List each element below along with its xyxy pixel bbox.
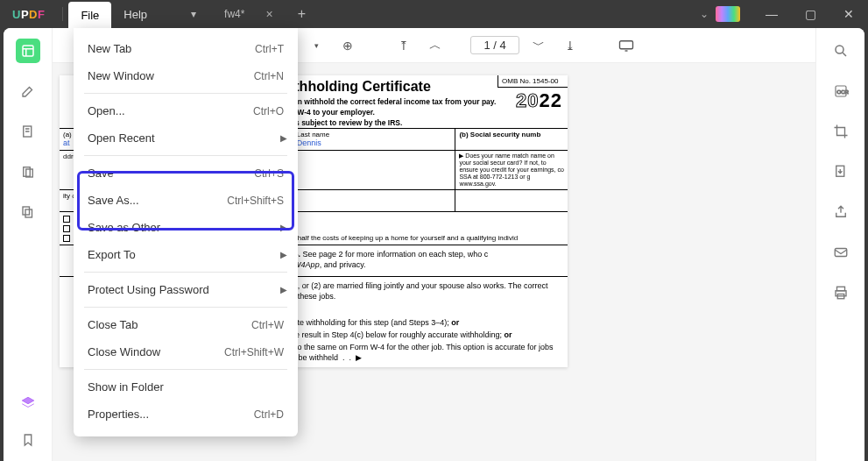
ocr-icon[interactable]: OCR	[829, 79, 853, 103]
close-button[interactable]: ✕	[829, 0, 868, 28]
svg-rect-5	[25, 209, 32, 217]
mail-icon[interactable]	[829, 240, 853, 265]
menu-open-recent[interactable]: Open Recent▶	[74, 124, 298, 152]
page-indicator[interactable]: 1 / 4	[470, 36, 519, 54]
left-sidebar	[4, 28, 53, 461]
presentation-icon[interactable]	[614, 33, 639, 58]
pages-icon[interactable]	[16, 200, 40, 224]
menu-help[interactable]: Help	[111, 0, 159, 28]
export-icon[interactable]	[829, 160, 853, 184]
svg-rect-4	[23, 207, 30, 215]
attachments-icon[interactable]	[16, 160, 40, 184]
separator	[62, 7, 63, 21]
separator	[84, 369, 287, 370]
tab-bar: ▾ fw4* × +	[177, 0, 316, 28]
prev-page-button[interactable]: ︿	[423, 33, 448, 58]
file-menu-dropdown: New TabCtrl+T New WindowCtrl+N Open...Ct…	[74, 28, 298, 436]
menu-export[interactable]: Export To▶	[74, 241, 298, 268]
tab-pin[interactable]: ▾	[177, 0, 210, 28]
menu-save-as[interactable]: Save As...Ctrl+Shift+S	[74, 187, 298, 214]
svg-point-7	[836, 46, 843, 53]
maximize-button[interactable]: ▢	[791, 0, 829, 28]
next-page-button[interactable]: ﹀	[526, 33, 551, 58]
last-page-button[interactable]: ⤓	[558, 33, 582, 58]
first-page-button[interactable]: ⤒	[392, 33, 416, 58]
menu-close-window[interactable]: Close WindowCtrl+Shift+W	[74, 338, 298, 365]
zoom-in-button[interactable]: ⊕	[335, 33, 360, 58]
ssn-match-cont	[455, 190, 568, 211]
menu-file[interactable]: File	[68, 2, 111, 28]
minimize-button[interactable]: —	[752, 0, 791, 28]
separator	[84, 307, 287, 308]
titlebar: UPDF File Help ▾ fw4* × + ⌄ — ▢ ✕	[0, 0, 868, 28]
search-icon[interactable]	[829, 39, 853, 63]
omb-number: OMB No. 1545-00	[498, 75, 568, 88]
svg-rect-11	[835, 249, 847, 257]
new-tab-button[interactable]: +	[287, 6, 316, 22]
menu-save-other[interactable]: Save as Other▶	[74, 214, 298, 241]
document-tab[interactable]: fw4* ×	[210, 0, 287, 28]
svg-rect-0	[23, 46, 33, 56]
separator	[84, 272, 287, 273]
print-icon[interactable]	[829, 280, 853, 305]
field-ssn[interactable]: (b) Social security numb	[455, 129, 568, 150]
separator	[84, 93, 287, 94]
window-controls: ⌄ — ▢ ✕	[693, 0, 868, 28]
bookmarks-icon[interactable]	[16, 119, 40, 144]
menu-protect-password[interactable]: Protect Using Password▶	[74, 276, 298, 303]
close-icon[interactable]: ×	[265, 7, 272, 21]
menu-new-window[interactable]: New WindowCtrl+N	[74, 62, 298, 89]
menu-save[interactable]: SaveCtrl+S	[74, 160, 298, 187]
form-year: 2022	[516, 89, 562, 112]
menu-properties[interactable]: Properties...Ctrl+D	[74, 401, 298, 428]
menu-show-folder[interactable]: Show in Folder	[74, 373, 298, 401]
zoom-dropdown-icon[interactable]: ▾	[304, 33, 328, 58]
tab-title: fw4*	[224, 8, 244, 20]
ssn-match-note: ▶ Does your name match name on your soci…	[455, 151, 568, 189]
main-area: ⊖ 125% ▾ ⊕ ⤒ ︿ 1 / 4 ﹀ ⤓ OMB No. 1545-00…	[4, 28, 864, 461]
highlighter-icon[interactable]	[16, 79, 40, 103]
share-icon[interactable]	[829, 200, 853, 224]
bookmark-icon[interactable]	[16, 428, 40, 452]
thumbnails-icon[interactable]	[16, 39, 40, 63]
app-logo: UPDF	[0, 8, 57, 21]
menu-close-tab[interactable]: Close TabCtrl+W	[74, 311, 298, 338]
menu-open[interactable]: Open...Ctrl+O	[74, 97, 298, 124]
right-sidebar: OCR	[815, 28, 864, 461]
chevron-down-icon[interactable]: ⌄	[693, 8, 716, 20]
crop-icon[interactable]	[829, 119, 853, 144]
svg-text:OCR: OCR	[836, 89, 849, 95]
layers-icon[interactable]	[16, 391, 40, 415]
separator	[84, 155, 287, 156]
theme-palette-icon[interactable]	[716, 6, 740, 22]
menu-new-tab[interactable]: New TabCtrl+T	[74, 35, 298, 62]
field-lastname[interactable]: Last nameDennis	[293, 129, 456, 150]
svg-rect-2	[23, 167, 30, 177]
svg-rect-6	[619, 40, 632, 48]
